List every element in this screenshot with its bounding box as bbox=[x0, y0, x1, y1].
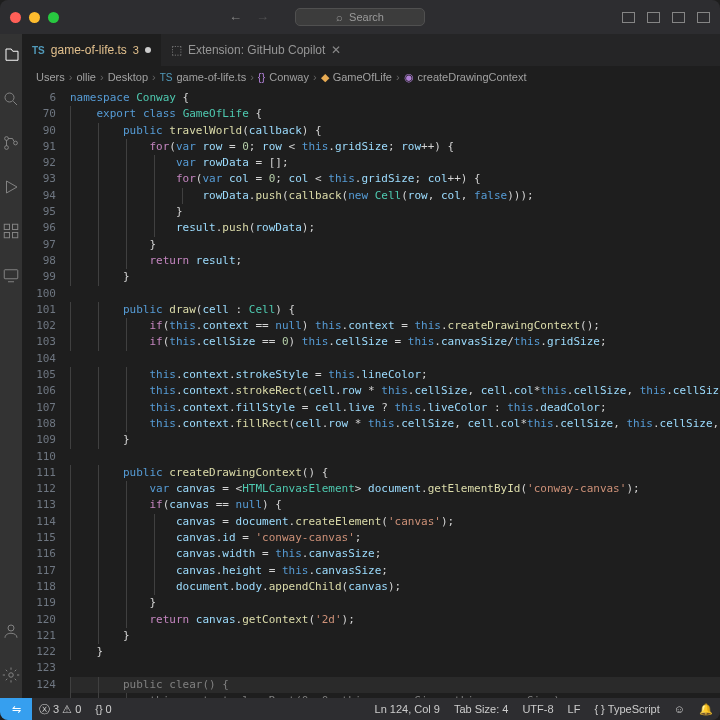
layout-right-icon[interactable] bbox=[697, 12, 710, 23]
tab-copilot-extension[interactable]: ⬚ Extension: GitHub Copilot ✕ bbox=[161, 34, 351, 66]
svg-rect-6 bbox=[4, 233, 9, 238]
crumb[interactable]: GameOfLife bbox=[333, 71, 392, 83]
remote-icon[interactable] bbox=[0, 264, 22, 286]
line-gutter: 6709091929394959697989910010110210310410… bbox=[22, 88, 70, 698]
svg-point-1 bbox=[5, 137, 9, 141]
code-area[interactable]: namespace Conway { export class GameOfLi… bbox=[70, 88, 720, 698]
crumb[interactable]: createDrawingContext bbox=[418, 71, 527, 83]
layout-bottom-icon[interactable] bbox=[672, 12, 685, 23]
command-center[interactable]: ⌕ Search bbox=[295, 8, 425, 26]
svg-rect-4 bbox=[4, 224, 9, 229]
bracket-icon: {} bbox=[95, 703, 102, 715]
cursor-position[interactable]: Ln 124, Col 9 bbox=[368, 703, 447, 716]
explorer-icon[interactable] bbox=[0, 44, 22, 66]
svg-point-10 bbox=[9, 673, 14, 678]
eol[interactable]: LF bbox=[561, 703, 588, 716]
encoding[interactable]: UTF-8 bbox=[515, 703, 560, 716]
warning-icon: ⚠ bbox=[62, 703, 72, 716]
activity-bar bbox=[0, 34, 22, 698]
svg-point-9 bbox=[8, 625, 14, 631]
tab-size[interactable]: Tab Size: 4 bbox=[447, 703, 515, 716]
error-icon: ⓧ bbox=[39, 702, 50, 717]
extension-icon: ⬚ bbox=[171, 43, 182, 57]
status-bar: ⇋ ⓧ3 ⚠0 {}0 Ln 124, Col 9 Tab Size: 4 UT… bbox=[0, 698, 720, 720]
close-window[interactable] bbox=[10, 12, 21, 23]
account-icon[interactable] bbox=[0, 620, 22, 642]
run-debug-icon[interactable] bbox=[0, 176, 22, 198]
crumb[interactable]: Conway bbox=[269, 71, 309, 83]
layout-panel-icon[interactable] bbox=[622, 12, 635, 23]
class-icon: ◆ bbox=[321, 71, 329, 84]
svg-rect-5 bbox=[13, 224, 18, 229]
problems-status[interactable]: ⓧ3 ⚠0 bbox=[32, 702, 88, 717]
modified-dot-icon bbox=[145, 47, 151, 53]
extensions-icon[interactable] bbox=[0, 220, 22, 242]
language-mode[interactable]: { } TypeScript bbox=[587, 703, 666, 716]
crumb[interactable]: Users bbox=[36, 71, 65, 83]
close-icon[interactable]: ✕ bbox=[331, 43, 341, 57]
svg-point-2 bbox=[5, 146, 9, 150]
svg-rect-7 bbox=[13, 233, 18, 238]
ts-file-icon: TS bbox=[160, 72, 173, 83]
tab-filename: game-of-life.ts bbox=[51, 43, 127, 57]
bracket-status[interactable]: {}0 bbox=[88, 703, 118, 715]
search-placeholder: Search bbox=[349, 11, 384, 23]
layout-sidebar-icon[interactable] bbox=[647, 12, 660, 23]
svg-point-0 bbox=[5, 93, 14, 102]
maximize-window[interactable] bbox=[48, 12, 59, 23]
namespace-icon: {} bbox=[258, 71, 265, 83]
search-icon[interactable] bbox=[0, 88, 22, 110]
svg-point-3 bbox=[14, 141, 18, 145]
titlebar: ← → ⌕ Search bbox=[0, 0, 720, 34]
nav-forward-icon[interactable]: → bbox=[256, 10, 269, 25]
editor[interactable]: 6709091929394959697989910010110210310410… bbox=[22, 88, 720, 698]
nav-back-icon[interactable]: ← bbox=[229, 10, 242, 25]
minimize-window[interactable] bbox=[29, 12, 40, 23]
tab-bar: TS game-of-life.ts 3 ⬚ Extension: GitHub… bbox=[22, 34, 720, 66]
method-icon: ◉ bbox=[404, 71, 414, 84]
tab-ext-label: Extension: GitHub Copilot bbox=[188, 43, 325, 57]
breadcrumbs[interactable]: Users› ollie› Desktop› TS game-of-life.t… bbox=[22, 66, 720, 88]
notifications-icon[interactable]: 🔔 bbox=[692, 703, 720, 716]
crumb[interactable]: ollie bbox=[76, 71, 96, 83]
crumb[interactable]: game-of-life.ts bbox=[176, 71, 246, 83]
tab-game-of-life[interactable]: TS game-of-life.ts 3 bbox=[22, 34, 161, 66]
window-controls bbox=[10, 12, 59, 23]
remote-indicator[interactable]: ⇋ bbox=[0, 698, 32, 720]
feedback-icon[interactable]: ☺ bbox=[667, 703, 692, 716]
crumb[interactable]: Desktop bbox=[108, 71, 148, 83]
svg-rect-8 bbox=[4, 270, 18, 279]
search-icon: ⌕ bbox=[336, 11, 343, 23]
ts-file-icon: TS bbox=[32, 45, 45, 56]
source-control-icon[interactable] bbox=[0, 132, 22, 154]
settings-gear-icon[interactable] bbox=[0, 664, 22, 686]
tab-problems-count: 3 bbox=[133, 44, 139, 56]
